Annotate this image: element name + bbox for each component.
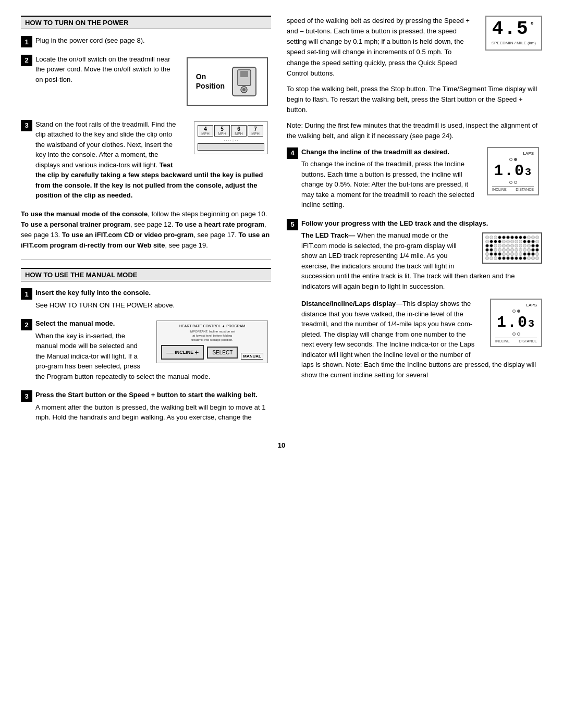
led-i8 — [515, 256, 518, 260]
incline-display-box2: LAPS 1.03 IN — [490, 299, 542, 347]
svg-rect-2 — [240, 71, 248, 77]
led-d8 — [515, 236, 518, 239]
led-h2 — [489, 252, 493, 256]
led-d6 — [506, 236, 510, 239]
led-h7 — [510, 252, 514, 256]
stop-text: To stop the walking belt, press the Stop… — [287, 84, 542, 115]
led-d13 — [535, 236, 539, 239]
section-header-power: HOW TO TURN ON THE POWER — [21, 16, 271, 29]
note-paragraph: Note: During the first few minutes that … — [287, 120, 542, 141]
incline-label: INCLINE — [175, 350, 193, 355]
manual-step-3-text: A moment after the button is pressed, th… — [35, 402, 271, 423]
led-i13 — [535, 256, 539, 260]
right-step-5: 5 Follow your progress with the LED trac… — [287, 218, 542, 382]
led-e9 — [519, 240, 522, 243]
step-num-2: 2 — [21, 55, 32, 66]
led-e11 — [527, 240, 531, 243]
dot2-4 — [517, 332, 520, 336]
distance2-label-right: DISTANCE — [519, 339, 537, 343]
led-e2 — [489, 240, 493, 243]
led-g5 — [502, 248, 506, 252]
right-step-5-content: Follow your progress with the LED track … — [301, 218, 542, 382]
led-i2 — [489, 256, 493, 260]
distance-display-section: LAPS 1.03 IN — [301, 299, 542, 382]
led-h12 — [531, 252, 535, 256]
manual-step-1-bold: Insert the key fully into the console. — [35, 288, 271, 298]
stop-paragraph: To stop the walking belt, press the Stop… — [287, 84, 542, 115]
speed-buttons-diagram: 4MPH 5MPH 6MPH 7MPH · · · · ↑ · · — [189, 119, 268, 156]
manual-step-3-bold: Press the Start button or the Speed + bu… — [35, 390, 271, 400]
led-h9 — [519, 252, 522, 256]
speed-value: 4.5 — [492, 20, 529, 39]
led-i12 — [531, 256, 535, 260]
led-g7 — [510, 248, 514, 252]
led-track-section: The LED Track— When the manual mode or t… — [301, 230, 542, 293]
incline2-dots-bottom — [512, 332, 520, 336]
right-step-4-content: LAPS 1.03 INCLINE DIST — [301, 147, 539, 212]
minus-icon: — — [166, 348, 174, 356]
led-d1 — [485, 236, 489, 239]
led-f10 — [523, 244, 527, 248]
incline-display-box: LAPS 1.03 INCLINE DIST — [487, 147, 539, 195]
dot2-2 — [517, 310, 520, 313]
led-f2 — [489, 244, 493, 248]
step-2-power: 2 OnPosition — [21, 54, 271, 113]
led-i1 — [485, 256, 489, 260]
speed-dots-label: · · · · ↑ · · — [198, 139, 264, 142]
speed-row: 4MPH 5MPH 6MPH 7MPH — [198, 125, 264, 137]
led-g11 — [527, 248, 531, 252]
led-d11 — [527, 236, 531, 239]
incline-dots-top — [509, 158, 517, 161]
led-f7 — [510, 244, 514, 248]
step-num-1: 1 — [21, 36, 32, 47]
led-f6 — [506, 244, 510, 248]
speed-label: SPEED — [492, 40, 506, 46]
led-d9 — [519, 236, 522, 239]
led-row-2 — [485, 240, 539, 243]
speed-buttons-box: 4MPH 5MPH 6MPH 7MPH · · · · ↑ · · — [194, 121, 268, 154]
degree-symbol: ° — [530, 22, 535, 29]
page-number: 10 — [21, 441, 542, 449]
led-f13 — [535, 244, 539, 248]
led-h11 — [527, 252, 531, 256]
manual-panel-important: IMPORTANT: Incline must be setat lowest … — [161, 330, 263, 342]
section-divider — [21, 259, 271, 260]
speed-display-box: 4.5 ° SPEED MIN / MILE (km) — [485, 16, 542, 51]
incline-value: 1.03 — [494, 162, 532, 180]
led-g13 — [535, 248, 539, 252]
step-2-content: OnPosition Locate the on/off — [35, 54, 268, 113]
led-row-1 — [485, 236, 539, 239]
modes-paragraph: To use the manual mode of the console, f… — [21, 209, 271, 251]
led-g12 — [531, 248, 535, 252]
speed-btn-7: 7MPH — [248, 125, 263, 137]
speed-paragraph-block: 4.5 ° SPEED MIN / MILE (km) speed of the… — [287, 16, 542, 79]
incline-button[interactable]: — INCLINE + — [161, 345, 204, 360]
incline2-label-left: INCLINE — [495, 339, 510, 343]
dot-2 — [514, 158, 517, 161]
step-1-text: Plug in the power cord (see page 8). — [35, 35, 271, 46]
led-h4 — [498, 252, 501, 256]
manual-step-num-1: 1 — [21, 288, 32, 300]
led-d4 — [498, 236, 501, 239]
min-mile-label: MIN / MILE (km) — [506, 40, 536, 46]
manual-step-num-3: 3 — [21, 390, 32, 402]
dot-3 — [509, 181, 512, 184]
led-i7 — [510, 256, 514, 260]
manual-step-1-content: Insert the key fully into the console. S… — [35, 288, 271, 312]
led-i4 — [498, 256, 501, 260]
led-h13 — [535, 252, 539, 256]
incline2-bottom-labels: INCLINE DISTANCE — [495, 338, 537, 343]
led-row-6 — [485, 256, 539, 260]
led-e1 — [485, 240, 489, 243]
led-i3 — [494, 256, 497, 260]
right-step-num-5: 5 — [287, 219, 298, 230]
led-e5 — [502, 240, 506, 243]
led-e7 — [510, 240, 514, 243]
speed-btn-6: 6MPH — [231, 125, 247, 137]
led-d7 — [510, 236, 514, 239]
led-row-4 — [485, 248, 539, 252]
manual-step-1: 1 Insert the key fully into the console.… — [21, 288, 271, 312]
led-e6 — [506, 240, 510, 243]
select-button[interactable]: SELECT — [207, 347, 238, 359]
led-g6 — [506, 248, 510, 252]
